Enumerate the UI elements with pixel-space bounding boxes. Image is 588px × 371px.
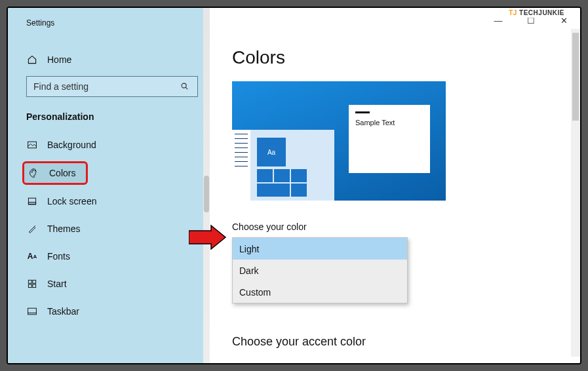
watermark-prefix: TJ [509,9,517,16]
preview-tile-grid [257,169,308,198]
home-label: Home [47,54,71,65]
preview-tile: Aa [257,138,286,166]
sidebar-item-label: Fonts [47,251,70,262]
color-preview: Aa Sample Text [232,81,446,201]
sidebar-item-label: Start [47,279,67,289]
search-icon [179,81,191,92]
preview-window-text: Sample Text [355,119,423,127]
svg-point-3 [33,170,33,170]
start-icon [26,278,38,290]
color-mode-dropdown[interactable]: Light Dark Custom [232,237,408,303]
svg-rect-6 [28,203,35,205]
sidebar: Settings Home Find a setting Personaliza… [8,8,210,363]
accent-heading: Choose your accent color [232,303,558,349]
preview-window-bar [355,111,370,113]
sidebar-scrollbar[interactable] [203,8,210,363]
svg-marker-13 [189,225,225,249]
picture-icon [26,139,38,151]
sidebar-item-background[interactable]: Background [22,131,210,159]
svg-rect-11 [28,308,37,315]
palette-icon [28,167,40,179]
svg-point-0 [182,83,186,88]
main-panel: Colors Aa Sample Text Choose [210,8,580,363]
svg-rect-10 [33,284,36,288]
lock-screen-icon [26,195,38,207]
sidebar-item-fonts[interactable]: AA Fonts [22,243,210,270]
svg-point-4 [35,170,35,170]
home-nav[interactable]: Home [26,47,210,72]
sidebar-item-colors[interactable]: Colors [22,161,88,185]
dropdown-option-custom[interactable]: Custom [233,281,407,303]
sidebar-item-label: Themes [47,224,81,234]
svg-point-2 [31,172,32,172]
search-input[interactable]: Find a setting [26,76,198,97]
app-title: Settings [26,17,210,47]
sidebar-item-label: Colors [49,168,75,178]
sidebar-item-start[interactable]: Start [22,270,210,298]
annotation-arrow [189,224,228,250]
watermark: TJ TECHJUNKIE [505,8,568,18]
svg-rect-7 [28,280,31,283]
watermark-text: TECHJUNKIE [519,9,564,16]
choose-color-label: Choose your color [232,201,558,237]
scrollbar-thumb[interactable] [204,176,209,212]
sidebar-item-label: Lock screen [47,196,96,206]
settings-window: TJ TECHJUNKIE — ☐ ✕ Settings Home Find a… [7,7,581,364]
preview-rail [232,130,250,201]
sidebar-item-label: Background [47,140,96,150]
svg-rect-8 [33,280,36,283]
taskbar-icon [26,305,38,317]
preview-window: Sample Text [349,105,430,173]
main-scrollbar[interactable] [571,29,580,357]
dropdown-option-dark[interactable]: Dark [233,260,407,281]
section-heading: Personalization [26,97,210,131]
search-placeholder: Find a setting [33,81,88,92]
sidebar-item-lock-screen[interactable]: Lock screen [22,187,210,215]
preview-start-menu: Aa [232,130,334,201]
themes-icon [26,223,38,235]
scrollbar-thumb[interactable] [572,33,579,121]
home-icon [26,54,38,66]
page-title: Colors [232,24,558,81]
sidebar-item-taskbar[interactable]: Taskbar [22,298,210,325]
sidebar-item-label: Taskbar [47,306,79,317]
fonts-icon: AA [26,250,38,262]
dropdown-option-light[interactable]: Light [233,238,407,260]
svg-rect-9 [28,284,31,288]
sidebar-item-themes[interactable]: Themes [22,215,210,243]
